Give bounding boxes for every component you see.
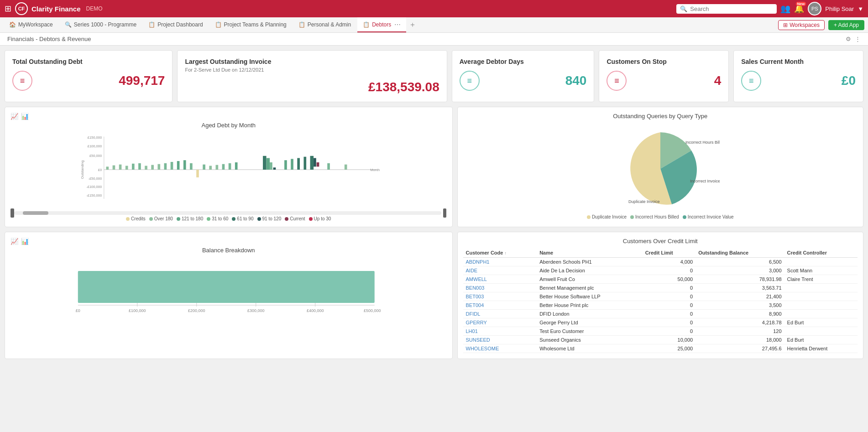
table-row[interactable]: GPERRY George Perry Ltd 0 4,218.78 Ed Bu… [463,318,858,327]
scroll-right-handle[interactable] [443,208,447,218]
svg-text:£0: £0 [76,308,80,313]
table-row[interactable]: WHOLESOME Wholesome Ltd 25,000 27,495.6 … [463,344,858,353]
line-chart-icon2[interactable]: 📈 [10,238,18,245]
legend-label-hours: Incorrect Hours Billed [635,214,679,219]
balance-chart-area: £0 £100,000 £200,000 £300,000 £400,000 £… [10,257,447,321]
table-row[interactable]: AIDE Aide De La Decision 0 3,000 Scott M… [463,266,858,275]
tab-icon-series: 🔍 [65,21,72,28]
svg-rect-30 [235,162,238,170]
table-row[interactable]: LH01 Test Euro Customer 0 120 [463,327,858,336]
tab-add-button[interactable]: ＋ [409,20,416,30]
scroll-left-handle[interactable] [10,208,14,218]
tab-label: Debtors [372,21,391,28]
svg-rect-38 [303,157,306,170]
scrollbar[interactable] [14,211,441,215]
tabs-bar: 🏠 MyWorkspace 🔍 Series 1000 - Programme … [0,17,868,33]
cell-credit-limit: 0 [643,327,696,336]
tab-debtors[interactable]: 📋 Debtors ⋯ [357,17,406,32]
cell-controller: Claire Trent [784,275,858,284]
notifications-icon[interactable]: 🔔 New [794,4,804,14]
col-outstanding[interactable]: Outstanding Balance [695,248,784,258]
col-customer-code[interactable]: Customer Code ↑ [463,248,537,258]
svg-rect-41 [317,162,319,167]
kpi-avg-days: Average Debtor Days ≡ 840 [452,50,595,102]
tab-more-icon[interactable]: ⋯ [394,21,401,28]
svg-text:£300,000: £300,000 [247,308,265,313]
cell-name: George Perry Ltd [537,318,643,327]
svg-rect-32 [267,158,270,169]
cell-outstanding: 4,218.78 [695,318,784,327]
kpi-total-debt-title: Total Outstanding Debt [12,58,165,65]
add-app-button[interactable]: + Add App [828,20,864,30]
svg-rect-12 [119,165,122,170]
cell-outstanding: 3,563.71 [695,284,784,292]
table-row[interactable]: AMWELL Amwell Fruit Co 50,000 78,931.98 … [463,275,858,284]
kpi-sales-month-title: Sales Current Month [741,58,856,65]
aged-debt-panel: 📈 📊 Aged Debt by Month £150,000 £100,000… [5,107,453,227]
tab-project-teams[interactable]: 📋 Project Teams & Planning [209,17,292,32]
tab-series1000[interactable]: 🔍 Series 1000 - Programme [59,17,142,32]
cell-code: ABDNPH1 [463,258,537,266]
notif-badge: New [796,2,806,6]
header-right: 🔍 👥 🔔 New PS Philip Soar ▼ [676,2,863,16]
on-stop-icon[interactable]: ≡ [607,71,627,91]
more-options-icon[interactable]: ⋮ [855,36,861,42]
largest-invoice-value: £138,539.08 [368,80,439,94]
svg-rect-39 [310,156,314,170]
svg-rect-11 [113,165,115,169]
col-controller[interactable]: Credit Controller [784,248,858,258]
tab-personal-admin[interactable]: 📋 Personal & Admin [293,17,356,32]
cell-credit-limit: 4,000 [643,258,696,266]
tab-icon-home: 🏠 [9,21,16,28]
cell-name: Better House Software LLP [537,292,643,301]
legend-dot-hours [630,215,634,219]
demo-badge: DEMO [86,5,103,12]
table-row[interactable]: BEN003 Bennet Management plc 0 3,563.71 [463,284,858,292]
breadcrumb: Financials - Debtors & Revenue [7,36,91,42]
tab-label: Series 1000 - Programme [74,21,136,28]
legend-label-duplicate: Duplicate Invoice [592,214,627,219]
table-row[interactable]: BET004 Better House Print plc 0 3,500 [463,301,858,310]
tab-project-dashboard[interactable]: 📋 Project Dashboard [143,17,208,32]
table-row[interactable]: SUNSEED Sunseed Organics 10,000 18,000 E… [463,336,858,344]
cell-code: BEN003 [463,284,537,292]
bar-chart-icon[interactable]: 📊 [21,113,29,120]
svg-rect-40 [314,158,316,167]
svg-rect-35 [284,160,287,170]
avatar[interactable]: PS [808,2,821,16]
chevron-down-icon[interactable]: ▼ [858,5,863,12]
bar-chart-icon2[interactable]: 📊 [21,238,29,245]
user-name[interactable]: Philip Soar [825,5,854,12]
filter-icon[interactable]: ⚙ [846,36,851,42]
svg-rect-16 [145,166,147,169]
cell-code: LH01 [463,327,537,336]
sales-month-icon[interactable]: ≡ [741,71,761,91]
grid-small-icon: ⊞ [783,22,788,28]
cell-code: SUNSEED [463,336,537,344]
tab-icon-debtors: 📋 [363,21,370,28]
kpi-total-debt: Total Outstanding Debt ≡ 499,717 [5,50,173,102]
table-row[interactable]: DFIDL DFID London 0 8,900 [463,310,858,318]
tab-myworkspace[interactable]: 🏠 MyWorkspace [4,17,58,32]
search-input[interactable] [690,5,773,12]
search-box[interactable]: 🔍 [676,4,777,14]
table-row[interactable]: BET003 Better House Software LLP 0 21,40… [463,292,858,301]
cell-name: Aide De La Decision [537,266,643,275]
avg-days-icon[interactable]: ≡ [460,71,480,91]
col-name[interactable]: Name [537,248,643,258]
cell-code: AIDE [463,266,537,275]
people-icon[interactable]: 👥 [780,4,790,14]
workspaces-button[interactable]: ⊞ Workspaces [778,20,825,30]
grid-icon[interactable]: ⊞ [5,4,11,14]
total-debt-icon[interactable]: ≡ [12,71,32,91]
table-row[interactable]: ABDNPH1 Aberdeen Schools PH1 4,000 6,500 [463,258,858,266]
svg-rect-33 [270,162,272,170]
main-content: Total Outstanding Debt ≡ 499,717 Largest… [0,46,868,364]
line-chart-icon[interactable]: 📈 [10,113,18,120]
col-credit-limit[interactable]: Credit Limit [643,248,696,258]
cell-name: DFID London [537,310,643,318]
cell-controller: Ed Burt [784,318,858,327]
balance-svg: £0 £100,000 £200,000 £300,000 £400,000 £… [10,257,447,317]
legend-dot-duplicate [587,215,591,219]
svg-rect-27 [216,165,219,170]
